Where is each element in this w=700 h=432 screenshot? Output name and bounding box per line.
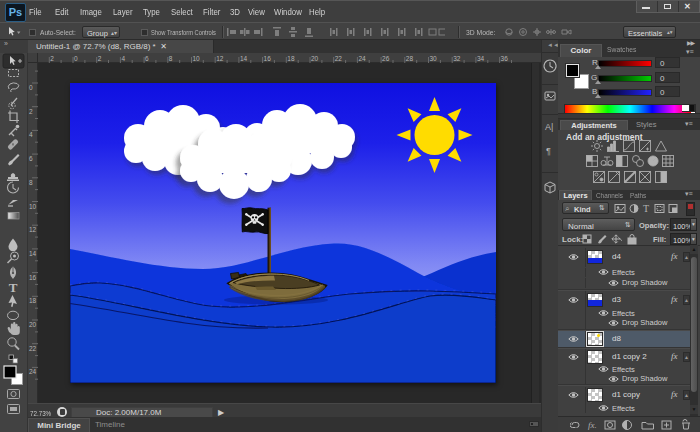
svg-text:26: 26 [382,55,390,62]
svg-text:4: 4 [29,131,33,138]
svg-text:6: 6 [29,155,33,162]
svg-text:14: 14 [240,55,248,62]
svg-text:4: 4 [121,55,125,62]
svg-text:0: 0 [29,84,33,91]
svg-text:T: T [9,280,18,295]
svg-text:2: 2 [29,108,33,115]
svg-text:24: 24 [29,368,37,375]
svg-text:12: 12 [29,226,37,233]
svg-text:16: 16 [264,55,272,62]
svg-text:22: 22 [335,55,343,62]
svg-text:18: 18 [29,297,37,304]
svg-text:A|: A| [545,122,553,132]
svg-text:2: 2 [98,55,102,62]
svg-text:28: 28 [406,55,414,62]
svg-text:22: 22 [29,345,37,352]
svg-text:36: 36 [501,55,509,62]
svg-text:0: 0 [74,55,78,62]
svg-text:18: 18 [287,55,295,62]
svg-text:16: 16 [29,274,37,281]
svg-text:12: 12 [216,55,224,62]
svg-text:2: 2 [50,55,54,62]
svg-text:20: 20 [29,321,37,328]
svg-text:8: 8 [29,179,33,186]
svg-text:10: 10 [193,55,201,62]
svg-text:34: 34 [477,55,485,62]
svg-text:¶: ¶ [546,146,551,156]
svg-text:14: 14 [29,250,37,257]
svg-text:20: 20 [311,55,319,62]
svg-text:30: 30 [430,55,438,62]
svg-text:32: 32 [453,55,461,62]
svg-text:T: T [643,203,649,214]
svg-text:fx.: fx. [588,420,597,430]
svg-text:6: 6 [145,55,149,62]
svg-text:24: 24 [358,55,366,62]
svg-text:10: 10 [29,203,37,210]
svg-text:8: 8 [169,55,173,62]
